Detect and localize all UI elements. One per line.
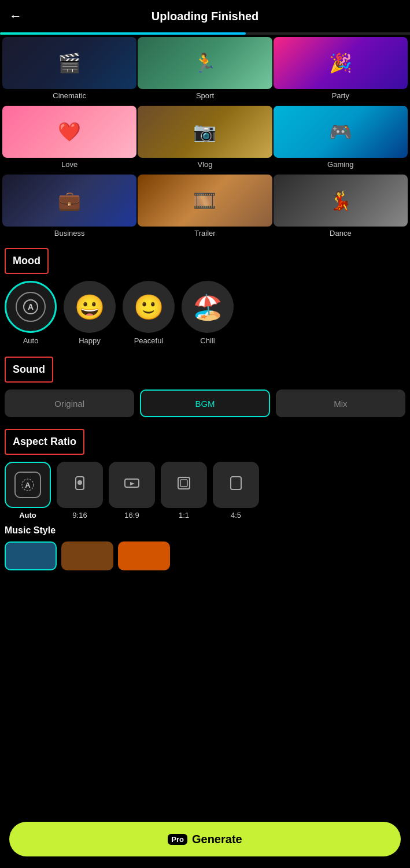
category-thumb: 🏃 <box>138 37 272 89</box>
page-title: Uploading Finished <box>152 10 259 23</box>
generate-btn-wrap: Pro Generate <box>0 815 410 868</box>
category-item[interactable]: 🏃 Sport <box>138 37 272 105</box>
mood-label: Chill <box>200 336 215 345</box>
generate-label: Generate <box>192 833 242 846</box>
music-style-item[interactable] <box>61 541 113 570</box>
music-style-item[interactable] <box>5 541 57 570</box>
aspect-ratio-section: Aspect Ratio A Auto 9:16 16:9 1:1 4:5 <box>0 423 410 525</box>
mood-circle: 😀 <box>64 281 116 333</box>
music-style-section: Music Style <box>0 525 410 576</box>
category-item[interactable]: 🎞️ Trailer <box>138 175 272 242</box>
ratio-auto-icon: A <box>14 472 41 498</box>
sound-option[interactable]: Original <box>5 390 134 417</box>
category-item[interactable]: 💼 Business <box>2 175 136 242</box>
ratio-item[interactable]: 4:5 <box>213 462 259 520</box>
category-item[interactable]: 📷 Vlog <box>138 106 272 173</box>
ratio-icon <box>71 474 88 496</box>
sound-option[interactable]: BGM <box>140 390 269 417</box>
mood-circle: 🏖️ <box>182 281 234 333</box>
sound-section-label: Sound <box>5 357 53 383</box>
sound-section: Sound OriginalBGMMix <box>0 351 410 423</box>
ratio-label: 9:16 <box>72 511 87 520</box>
mood-label: Happy <box>79 336 101 345</box>
category-thumb: 💼 <box>2 175 136 227</box>
ratio-box <box>109 462 155 508</box>
ratio-icon <box>175 474 193 496</box>
svg-text:A: A <box>28 302 34 311</box>
category-label: Sport <box>196 91 214 100</box>
ratio-box <box>213 462 259 508</box>
mood-circle: 🙂 <box>123 281 175 333</box>
sound-option[interactable]: Mix <box>276 390 405 417</box>
header: ← Uploading Finished <box>0 0 410 32</box>
category-thumb: 🎬 <box>2 37 136 89</box>
sound-row: OriginalBGMMix <box>0 390 410 423</box>
category-label: Vlog <box>197 160 212 169</box>
category-label: Love <box>61 160 77 169</box>
ratio-icon <box>227 474 245 496</box>
back-button[interactable]: ← <box>9 9 22 24</box>
category-item[interactable]: 🎉 Party <box>274 37 408 105</box>
ratio-row: A Auto 9:16 16:9 1:1 4:5 <box>0 462 410 525</box>
category-grid: 🎬 Cinematic 🏃 Sport 🎉 Party ❤️ Love 📷 Vl… <box>0 35 410 242</box>
pro-badge: Pro <box>168 834 187 845</box>
category-item[interactable]: 🎮 Gaming <box>274 106 408 173</box>
mood-label: Peaceful <box>134 336 164 345</box>
auto-icon: A <box>16 292 46 322</box>
generate-button[interactable]: Pro Generate <box>9 822 401 856</box>
category-label: Business <box>54 229 85 238</box>
ratio-label: 16:9 <box>124 511 139 520</box>
svg-marker-7 <box>130 482 135 485</box>
category-label: Cinematic <box>53 91 86 100</box>
category-label: Dance <box>330 229 352 238</box>
ratio-item[interactable]: A Auto <box>5 462 51 520</box>
music-style-label: Music Style <box>5 525 405 536</box>
mood-section-label: Mood <box>5 248 49 274</box>
mood-circle: A <box>5 281 57 333</box>
category-thumb: ❤️ <box>2 106 136 158</box>
category-item[interactable]: ❤️ Love <box>2 106 136 173</box>
category-thumb: 💃 <box>274 175 408 227</box>
ratio-label: 4:5 <box>231 511 241 520</box>
ratio-icon <box>123 474 141 496</box>
mood-section: Mood A Auto 😀 Happy 🙂 Peaceful 🏖️ Chill <box>0 242 410 351</box>
svg-rect-9 <box>180 480 187 487</box>
ratio-box <box>57 462 103 508</box>
mood-item[interactable]: 🏖️ Chill <box>182 281 234 345</box>
music-style-item[interactable] <box>118 541 170 570</box>
mood-item[interactable]: 😀 Happy <box>64 281 116 345</box>
svg-rect-10 <box>231 477 241 489</box>
mood-label: Auto <box>23 336 39 345</box>
svg-point-5 <box>77 480 82 485</box>
svg-rect-8 <box>178 477 190 489</box>
mood-item[interactable]: A Auto <box>5 281 57 345</box>
category-item[interactable]: 💃 Dance <box>274 175 408 242</box>
category-label: Gaming <box>327 160 354 169</box>
aspect-ratio-label: Aspect Ratio <box>5 429 84 455</box>
mood-item[interactable]: 🙂 Peaceful <box>123 281 175 345</box>
ratio-label: 1:1 <box>179 511 189 520</box>
category-label: Party <box>332 91 349 100</box>
category-item[interactable]: 🎬 Cinematic <box>2 37 136 105</box>
ratio-item[interactable]: 1:1 <box>161 462 207 520</box>
ratio-item[interactable]: 9:16 <box>57 462 103 520</box>
ratio-label: Auto <box>19 511 36 520</box>
svg-text:A: A <box>25 481 31 489</box>
mood-row: A Auto 😀 Happy 🙂 Peaceful 🏖️ Chill <box>0 281 410 351</box>
category-thumb: 🎮 <box>274 106 408 158</box>
category-thumb: 🎞️ <box>138 175 272 227</box>
ratio-item[interactable]: 16:9 <box>109 462 155 520</box>
ratio-box: A <box>5 462 51 508</box>
category-thumb: 🎉 <box>274 37 408 89</box>
ratio-box <box>161 462 207 508</box>
category-thumb: 📷 <box>138 106 272 158</box>
music-style-row <box>5 541 405 570</box>
category-label: Trailer <box>194 229 215 238</box>
